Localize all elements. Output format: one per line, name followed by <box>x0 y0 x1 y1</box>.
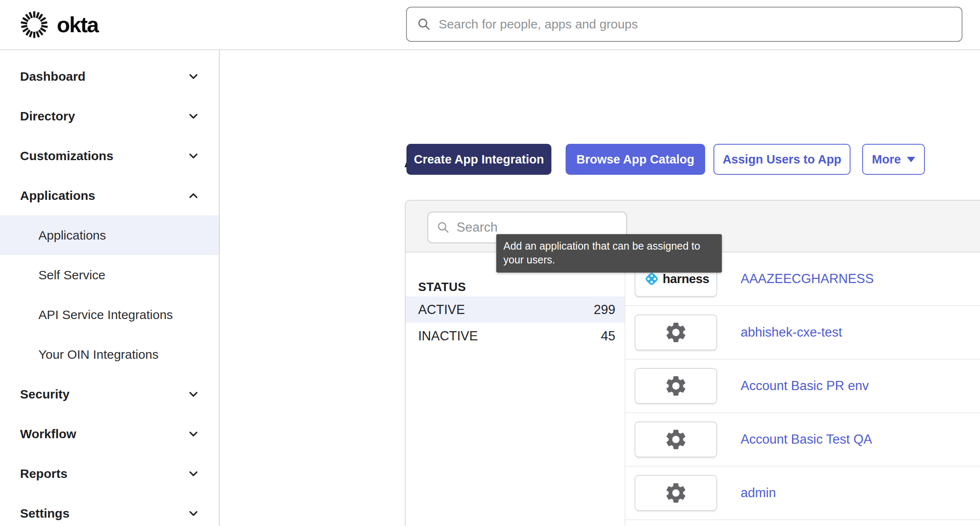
app-link[interactable]: abhishek-cxe-test <box>741 325 842 340</box>
sidebar-item-label: Dashboard <box>20 69 86 84</box>
chevron-down-icon <box>187 70 200 83</box>
sidebar-subitem-self-service[interactable]: Self Service <box>0 255 219 295</box>
sidebar-item-directory[interactable]: Directory <box>0 96 219 136</box>
app-list: harness AAAZEECGHARNESS abhishek-cxe-tes… <box>625 253 980 520</box>
main-content: Applications Create App Integration Brow… <box>220 50 980 526</box>
harness-logo-text: harness <box>663 272 709 286</box>
status-filter-header: STATUS <box>418 280 466 294</box>
more-button-label: More <box>872 153 901 166</box>
sidebar-item-settings[interactable]: Settings <box>0 493 219 526</box>
gear-icon <box>664 374 688 398</box>
filter-count: 299 <box>594 302 615 317</box>
chevron-down-icon <box>187 110 200 123</box>
chevron-up-icon <box>187 189 200 202</box>
sidebar-item-security[interactable]: Security <box>0 374 219 414</box>
filter-inactive[interactable]: INACTIVE 45 <box>406 323 625 349</box>
sidebar-subitem-api-service-integrations[interactable]: API Service Integrations <box>0 295 219 334</box>
sidebar-item-label: Directory <box>20 109 75 123</box>
chevron-down-icon <box>187 467 200 480</box>
top-bar: okta <box>0 0 980 50</box>
global-search-input[interactable] <box>439 17 952 31</box>
tooltip: Add an application that can be assigned … <box>496 234 722 273</box>
app-row[interactable]: admin <box>625 467 980 520</box>
app-logo-tile <box>635 368 717 404</box>
sidebar-item-label: Applications <box>20 189 95 203</box>
caret-down-icon <box>907 157 915 162</box>
sidebar-item-reports[interactable]: Reports <box>0 454 219 493</box>
gear-icon <box>664 427 688 452</box>
filter-active[interactable]: ACTIVE 299 <box>406 296 625 323</box>
chevron-down-icon <box>187 388 200 401</box>
sidebar-item-label: Applications <box>38 228 106 243</box>
app-link[interactable]: Account Basic Test QA <box>741 432 872 447</box>
sidebar-item-dashboard[interactable]: Dashboard <box>0 56 219 96</box>
browse-app-catalog-button[interactable]: Browse App Catalog <box>566 144 705 175</box>
sidebar-item-label: Settings <box>20 506 69 521</box>
sidebar-item-workflow[interactable]: Workflow <box>0 414 219 454</box>
sidebar-item-label: Your OIN Integrations <box>38 347 158 362</box>
action-buttons-row: Create App Integration Browse App Catalo… <box>406 144 925 175</box>
gear-icon <box>664 320 688 345</box>
app-logo-tile <box>635 475 717 511</box>
app-link[interactable]: admin <box>741 485 776 500</box>
app-row[interactable]: Account Basic PR env <box>625 360 980 413</box>
okta-logo[interactable]: okta <box>18 0 98 49</box>
sidebar-item-applications[interactable]: Applications <box>0 176 219 215</box>
create-app-integration-button[interactable]: Create App Integration <box>406 144 551 175</box>
sidebar-item-label: Reports <box>20 467 67 481</box>
filter-label: ACTIVE <box>418 302 465 317</box>
app-row[interactable]: Account Basic Test QA <box>625 413 980 467</box>
search-icon <box>437 221 450 234</box>
search-icon <box>417 17 431 31</box>
sidebar-item-label: Customizations <box>20 149 113 163</box>
more-button[interactable]: More <box>862 144 925 175</box>
sidebar-item-label: Self Service <box>38 268 105 282</box>
app-link[interactable]: Account Basic PR env <box>741 378 869 393</box>
sidebar: Dashboard Directory Customizations Appli… <box>0 50 220 526</box>
filter-label: INACTIVE <box>418 329 478 344</box>
gear-icon <box>664 481 688 505</box>
chevron-down-icon <box>187 427 200 441</box>
sidebar-item-label: Workflow <box>20 427 76 441</box>
app-logo-tile <box>635 421 717 457</box>
chevron-down-icon <box>187 507 200 520</box>
app-link[interactable]: AAAZEECGHARNESS <box>741 271 874 286</box>
global-search[interactable] <box>406 7 962 42</box>
sidebar-nav: Dashboard Directory Customizations Appli… <box>0 50 219 526</box>
assign-users-to-app-button[interactable]: Assign Users to App <box>713 144 851 175</box>
sidebar-subitem-your-oin-integrations[interactable]: Your OIN Integrations <box>0 334 219 374</box>
okta-sunburst-icon <box>18 9 50 41</box>
okta-wordmark: okta <box>57 12 98 37</box>
sidebar-item-label: Security <box>20 387 69 401</box>
app-row[interactable]: abhishek-cxe-test <box>625 306 980 360</box>
filter-count: 45 <box>601 329 615 344</box>
chevron-down-icon <box>187 149 200 163</box>
sidebar-item-customizations[interactable]: Customizations <box>0 136 219 176</box>
app-logo-tile <box>635 314 717 350</box>
app-search-input[interactable] <box>457 220 623 235</box>
sidebar-subitem-applications[interactable]: Applications <box>0 215 219 255</box>
sidebar-item-label: API Service Integrations <box>38 308 173 322</box>
